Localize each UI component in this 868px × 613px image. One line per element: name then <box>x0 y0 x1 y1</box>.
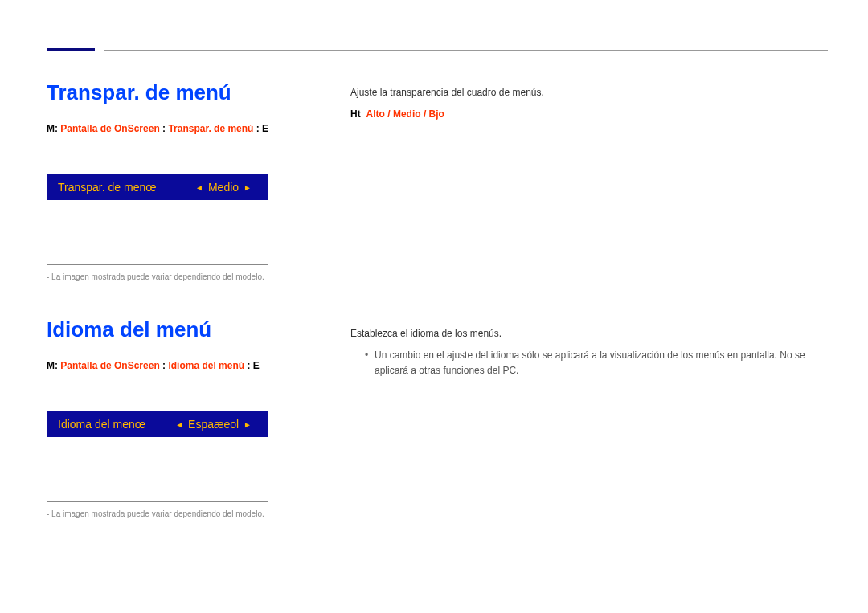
disclaimer-note: - La imagen mostrada puede variar depend… <box>47 509 320 520</box>
breadcrumb-link: Transpar. de menú <box>168 123 253 134</box>
heading-language: Idioma del menú <box>47 317 320 342</box>
section-language: Idioma del menú M: Pantalla de OnScreen … <box>47 317 320 520</box>
section-transparency: Transpar. de menú M: Pantalla de OnScree… <box>47 80 320 283</box>
disclaimer-note: - La imagen mostrada puede variar depend… <box>47 272 320 283</box>
breadcrumb-part: : E <box>253 123 268 134</box>
arrow-left-icon[interactable]: ◄ <box>175 420 183 429</box>
setting-value-wrap: ◄ Medio ► <box>190 181 256 194</box>
setting-value-wrap: ◄ Espaæeol ► <box>170 418 256 431</box>
breadcrumb-part: : E <box>244 360 260 371</box>
horizontal-rule <box>104 50 828 51</box>
breadcrumb-sep: : <box>160 123 169 134</box>
setting-label: Transpar. de menœ <box>58 181 156 194</box>
setting-row-language[interactable]: Idioma del menœ ◄ Espaæeol ► <box>47 411 268 437</box>
breadcrumb-part: M: <box>47 360 60 371</box>
options-line: Ht Alto / Medio / Bjo <box>350 108 828 120</box>
setting-row-transparency[interactable]: Transpar. de menœ ◄ Medio ► <box>47 174 268 200</box>
options-values: Alto / Medio / Bjo <box>366 108 444 120</box>
description-text: Ajuste la transparencia del cuadro de me… <box>350 85 828 100</box>
breadcrumb-language: M: Pantalla de OnScreen : Idioma del men… <box>47 360 320 371</box>
arrow-left-icon[interactable]: ◄ <box>195 183 203 192</box>
accent-bar <box>47 48 95 51</box>
setting-value: Medio <box>208 181 239 194</box>
description-language: Establezca el idioma de los menús. Un ca… <box>350 326 828 379</box>
bullet-list: Un cambio en el ajuste del idioma sólo s… <box>365 348 828 378</box>
breadcrumb-part: M: <box>47 123 60 134</box>
description-text: Establezca el idioma de los menús. <box>350 326 828 341</box>
heading-transparency: Transpar. de menú <box>47 80 320 105</box>
options-prefix: Ht <box>350 108 361 120</box>
breadcrumb-sep: : <box>160 360 169 371</box>
breadcrumb-transparency: M: Pantalla de OnScreen : Transpar. de m… <box>47 123 320 134</box>
divider <box>47 264 268 265</box>
divider <box>47 501 268 502</box>
arrow-right-icon[interactable]: ► <box>244 420 252 429</box>
breadcrumb-link: Pantalla de OnScreen <box>60 360 159 371</box>
arrow-right-icon[interactable]: ► <box>244 183 252 192</box>
bullet-item: Un cambio en el ajuste del idioma sólo s… <box>365 348 828 378</box>
breadcrumb-link: Idioma del menú <box>168 360 244 371</box>
breadcrumb-link: Pantalla de OnScreen <box>60 123 159 134</box>
setting-label: Idioma del menœ <box>58 418 145 431</box>
setting-value: Espaæeol <box>188 418 239 431</box>
description-transparency: Ajuste la transparencia del cuadro de me… <box>350 85 828 120</box>
